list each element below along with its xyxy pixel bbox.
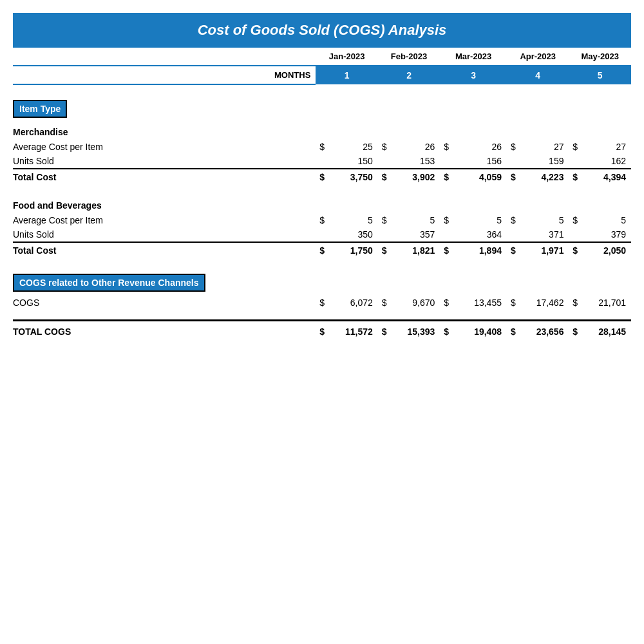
spacer-row-4 bbox=[13, 310, 631, 320]
merch-units-val-2: 153 bbox=[392, 154, 440, 169]
food-units-spacer-2 bbox=[378, 227, 392, 242]
month-header-apr: Apr-2023 bbox=[507, 48, 569, 66]
merch-total-dollar-4: $ bbox=[507, 169, 521, 185]
empty-header-label bbox=[13, 48, 316, 66]
cogs-other-header-row: COGS related to Other Revenue Channels bbox=[13, 269, 631, 296]
num-header-4: 4 bbox=[507, 66, 569, 84]
merch-total-label: Total Cost bbox=[13, 169, 316, 185]
merch-units-label: Units Sold bbox=[13, 154, 316, 169]
food-total-dollar-3: $ bbox=[440, 242, 454, 258]
merch-avg-dollar-4: $ bbox=[507, 140, 521, 154]
item-type-header-row: Item Type bbox=[13, 95, 631, 122]
merch-avg-dollar-3: $ bbox=[440, 140, 454, 154]
merch-avg-val-5: 27 bbox=[583, 140, 631, 154]
total-cogs-val-3: 19,408 bbox=[454, 320, 507, 339]
food-avg-val-1: 5 bbox=[330, 213, 378, 227]
total-cogs-dollar-1: $ bbox=[316, 320, 330, 339]
food-units-val-4: 371 bbox=[521, 227, 569, 242]
food-total-dollar-4: $ bbox=[507, 242, 521, 258]
food-category-row: Food and Beverages bbox=[13, 195, 631, 213]
num-header-5: 5 bbox=[569, 66, 631, 84]
cogs-label: COGS bbox=[13, 296, 316, 310]
num-header-3: 3 bbox=[440, 66, 507, 84]
cogs-dollar-1: $ bbox=[316, 296, 330, 310]
food-avg-val-4: 5 bbox=[521, 213, 569, 227]
food-total-val-4: 1,971 bbox=[521, 242, 569, 258]
merchandise-label: Merchandise bbox=[13, 122, 316, 140]
food-units-spacer-1 bbox=[316, 227, 330, 242]
report-title: Cost of Goods Sold (COGS) Analysis bbox=[13, 13, 631, 48]
merch-avg-val-2: 26 bbox=[392, 140, 440, 154]
total-cogs-val-4: 23,656 bbox=[521, 320, 569, 339]
food-avg-dollar-1: $ bbox=[316, 213, 330, 227]
food-units-val-2: 357 bbox=[392, 227, 440, 242]
food-avg-dollar-3: $ bbox=[440, 213, 454, 227]
food-avg-val-3: 5 bbox=[454, 213, 507, 227]
food-units-row: Units Sold 350 357 364 371 379 bbox=[13, 227, 631, 242]
cogs-val-4: 17,462 bbox=[521, 296, 569, 310]
item-type-label: Item Type bbox=[13, 100, 67, 118]
cogs-val-2: 9,670 bbox=[392, 296, 440, 310]
cogs-dollar-5: $ bbox=[569, 296, 583, 310]
merch-total-val-2: 3,902 bbox=[392, 169, 440, 185]
page-wrapper: Cost of Goods Sold (COGS) Analysis Jan-2… bbox=[13, 13, 631, 339]
month-header-jan: Jan-2023 bbox=[316, 48, 377, 66]
cogs-val-3: 13,455 bbox=[454, 296, 507, 310]
food-avg-val-2: 5 bbox=[392, 213, 440, 227]
merch-units-spacer-5 bbox=[569, 154, 583, 169]
total-cogs-dollar-2: $ bbox=[378, 320, 392, 339]
food-avg-cost-row: Average Cost per Item $ 5 $ 5 $ 5 $ 5 $ … bbox=[13, 213, 631, 227]
total-cogs-val-1: 11,572 bbox=[330, 320, 378, 339]
merch-units-val-3: 156 bbox=[454, 154, 507, 169]
merch-total-val-3: 4,059 bbox=[454, 169, 507, 185]
total-cogs-dollar-5: $ bbox=[569, 320, 583, 339]
total-cogs-val-5: 28,145 bbox=[583, 320, 631, 339]
food-units-spacer-3 bbox=[440, 227, 454, 242]
merch-avg-val-1: 25 bbox=[330, 140, 378, 154]
food-avg-val-5: 5 bbox=[583, 213, 631, 227]
food-avg-dollar-4: $ bbox=[507, 213, 521, 227]
merch-avg-cost-row: Average Cost per Item $ 25 $ 26 $ 26 $ 2… bbox=[13, 140, 631, 154]
cogs-val-5: 21,701 bbox=[583, 296, 631, 310]
merch-avg-dollar-5: $ bbox=[569, 140, 583, 154]
merch-avg-dollar-1: $ bbox=[316, 140, 330, 154]
food-units-val-3: 364 bbox=[454, 227, 507, 242]
merch-total-val-1: 3,750 bbox=[330, 169, 378, 185]
months-label: MONTHS bbox=[13, 66, 316, 84]
food-total-row: Total Cost $ 1,750 $ 1,821 $ 1,894 $ 1,9… bbox=[13, 242, 631, 258]
merch-total-dollar-1: $ bbox=[316, 169, 330, 185]
food-total-label: Total Cost bbox=[13, 242, 316, 258]
merch-total-dollar-2: $ bbox=[378, 169, 392, 185]
food-total-val-3: 1,894 bbox=[454, 242, 507, 258]
food-total-dollar-2: $ bbox=[378, 242, 392, 258]
cogs-val-1: 6,072 bbox=[330, 296, 378, 310]
food-total-val-2: 1,821 bbox=[392, 242, 440, 258]
merch-total-dollar-5: $ bbox=[569, 169, 583, 185]
merch-units-spacer-3 bbox=[440, 154, 454, 169]
food-units-val-1: 350 bbox=[330, 227, 378, 242]
cogs-row: COGS $ 6,072 $ 9,670 $ 13,455 $ 17,462 $… bbox=[13, 296, 631, 310]
merch-units-val-5: 162 bbox=[583, 154, 631, 169]
total-cogs-val-2: 15,393 bbox=[392, 320, 440, 339]
food-units-spacer-4 bbox=[507, 227, 521, 242]
spacer-row-1 bbox=[13, 84, 631, 95]
food-avg-cost-label: Average Cost per Item bbox=[13, 213, 316, 227]
merch-avg-val-3: 26 bbox=[454, 140, 507, 154]
merch-units-val-1: 150 bbox=[330, 154, 378, 169]
food-units-val-5: 379 bbox=[583, 227, 631, 242]
merch-units-spacer-2 bbox=[378, 154, 392, 169]
month-header-mar: Mar-2023 bbox=[440, 48, 507, 66]
merch-total-row: Total Cost $ 3,750 $ 3,902 $ 4,059 $ 4,2… bbox=[13, 169, 631, 185]
food-avg-dollar-5: $ bbox=[569, 213, 583, 227]
num-header-1: 1 bbox=[316, 66, 377, 84]
total-cogs-dollar-4: $ bbox=[507, 320, 521, 339]
cogs-other-label: COGS related to Other Revenue Channels bbox=[13, 274, 205, 292]
merch-units-row: Units Sold 150 153 156 159 162 bbox=[13, 154, 631, 169]
spacer-row-3 bbox=[13, 258, 631, 269]
merch-units-spacer-4 bbox=[507, 154, 521, 169]
merch-units-val-4: 159 bbox=[521, 154, 569, 169]
total-cogs-row: TOTAL COGS $ 11,572 $ 15,393 $ 19,408 $ … bbox=[13, 320, 631, 339]
food-total-val-5: 2,050 bbox=[583, 242, 631, 258]
cogs-dollar-2: $ bbox=[378, 296, 392, 310]
food-units-spacer-5 bbox=[569, 227, 583, 242]
